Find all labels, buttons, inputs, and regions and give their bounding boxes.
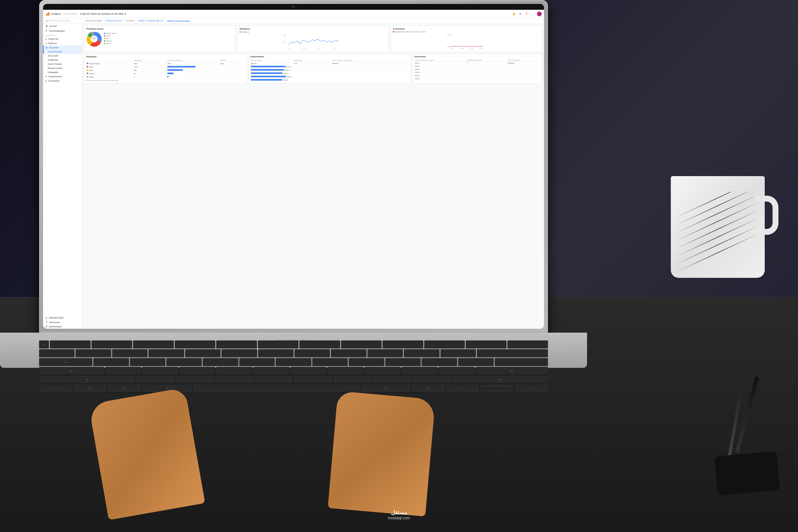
key[interactable] xyxy=(458,358,494,366)
key[interactable] xyxy=(466,340,507,348)
key[interactable]: tab xyxy=(39,358,92,366)
col-users[interactable]: Utilisateurs ↑ xyxy=(133,59,167,62)
conv-col-goal[interactable]: Réalisation de l'objectif 1 xyxy=(467,59,507,62)
help-icon[interactable]: ❓ xyxy=(525,12,528,16)
key[interactable] xyxy=(327,367,363,375)
key[interactable] xyxy=(149,349,184,357)
key[interactable] xyxy=(93,358,129,366)
shift-left-key[interactable]: shift xyxy=(39,376,135,383)
key[interactable] xyxy=(349,358,384,366)
sidebar-item-campagnes[interactable]: Campagnes xyxy=(43,70,82,74)
key[interactable] xyxy=(367,349,403,357)
sidebar-search[interactable]: 🔍 Rechercher dans les rappo... xyxy=(43,18,82,23)
key[interactable] xyxy=(166,358,202,366)
key[interactable] xyxy=(258,340,299,348)
arrow-right-key[interactable]: → xyxy=(515,384,548,392)
arrow-down-key[interactable]: ↓ xyxy=(480,389,513,393)
key[interactable] xyxy=(299,340,340,348)
key[interactable] xyxy=(92,340,132,348)
sidebar-item-search-console[interactable]: Search Console xyxy=(43,62,82,66)
key[interactable] xyxy=(383,340,423,348)
key[interactable] xyxy=(133,340,174,348)
key[interactable] xyxy=(76,349,111,357)
behav-col-pages[interactable]: Pages/sess... xyxy=(293,59,331,62)
key[interactable] xyxy=(440,349,476,357)
key[interactable] xyxy=(276,358,311,366)
sidebar-item-reseaux[interactable]: Réseaux sociaux xyxy=(43,66,82,70)
col-new-users[interactable]: Nouveaux utilisateurs xyxy=(167,59,219,62)
sidebar-item-comportement[interactable]: ● Comportement xyxy=(43,74,82,79)
key[interactable] xyxy=(105,367,141,375)
key[interactable] xyxy=(175,340,215,348)
return-key[interactable]: return xyxy=(476,367,548,375)
key[interactable] xyxy=(341,340,382,348)
modify-group-link[interactable]: Modifier le groupe de canaux xyxy=(167,20,190,22)
spacebar[interactable] xyxy=(193,384,360,392)
key[interactable] xyxy=(130,358,165,366)
key[interactable] xyxy=(215,376,253,383)
key[interactable] xyxy=(258,349,293,357)
sidebar-item-decouverte[interactable]: 📍 Découverte xyxy=(43,320,82,324)
cmd-left-key[interactable]: ⌘ xyxy=(142,384,192,392)
key[interactable] xyxy=(203,358,238,366)
sidebar-item-tout-trafic[interactable]: Tout le trafic xyxy=(43,54,82,58)
sidebar-item-google-ads[interactable]: Google Ads xyxy=(43,58,82,62)
sidebar-home[interactable]: 🏠 Accueil xyxy=(43,23,82,28)
alt-key[interactable]: opt xyxy=(108,384,141,392)
dimension-select[interactable]: Principaux canaux ▼ xyxy=(104,19,124,22)
key[interactable] xyxy=(401,367,438,375)
sidebar-personalisation[interactable]: ★ Personnalisation xyxy=(43,28,82,33)
key[interactable] xyxy=(424,340,465,348)
key[interactable] xyxy=(39,349,75,357)
notification-icon[interactable]: 🔔 xyxy=(512,12,516,16)
key[interactable]: caps xyxy=(39,367,104,375)
key[interactable] xyxy=(312,358,348,366)
sidebar-item-administration[interactable]: ⚙ Administration xyxy=(43,324,82,329)
key[interactable] xyxy=(176,376,214,383)
key[interactable] xyxy=(412,376,451,383)
ctrl-key[interactable]: ctrl xyxy=(73,384,107,392)
shift-right-key[interactable]: shift xyxy=(452,376,548,383)
key[interactable] xyxy=(364,367,401,375)
fn-key[interactable]: fn xyxy=(39,384,72,392)
key[interactable] xyxy=(385,358,421,366)
key[interactable] xyxy=(222,349,257,357)
key[interactable] xyxy=(112,349,148,357)
sidebar-item-vue-ensemble[interactable]: Vue d'ensemble xyxy=(43,50,82,54)
key[interactable] xyxy=(216,340,257,348)
cmd-right-key[interactable]: ⌘ xyxy=(361,384,411,392)
page-title[interactable]: Copie de Toutes les données du site Web … xyxy=(80,13,510,15)
sidebar-item-attribution[interactable]: ◎ Attribution NEW xyxy=(43,316,82,320)
key[interactable] xyxy=(239,358,275,366)
key[interactable] xyxy=(331,349,366,357)
key[interactable] xyxy=(142,367,178,375)
key[interactable] xyxy=(334,376,372,383)
behav-col-duration[interactable]: Durée moyenne des sessions xyxy=(331,59,408,62)
more-icon[interactable]: ⋮ xyxy=(531,12,535,16)
key[interactable] xyxy=(422,358,457,366)
sidebar-item-temps-reel[interactable]: ● Temps réel xyxy=(43,37,82,41)
key[interactable] xyxy=(294,376,332,383)
key[interactable] xyxy=(253,367,289,375)
key[interactable] xyxy=(179,367,215,375)
sidebar-item-acquisition[interactable]: ▶ Acquisition xyxy=(43,45,82,50)
alt-right-key[interactable]: opt xyxy=(412,384,445,392)
conversion-select[interactable]: Objectif 1 : Newsletter sign in ▼ xyxy=(137,19,165,22)
sidebar-item-audience[interactable]: ● Audience xyxy=(43,41,82,45)
key[interactable] xyxy=(254,376,293,383)
key[interactable] xyxy=(404,349,439,357)
key[interactable] xyxy=(373,376,412,383)
arrow-left-key[interactable]: ← xyxy=(446,384,479,392)
key[interactable] xyxy=(216,367,252,375)
key[interactable] xyxy=(294,349,330,357)
conv-col-value[interactable]: Valeur de l'objectif 1 xyxy=(507,59,540,62)
user-avatar[interactable] xyxy=(537,12,542,16)
conv-col-rate[interactable]: Taux de conversion de l'objectif 1 xyxy=(414,59,467,62)
key[interactable]: esc xyxy=(39,340,49,348)
behav-col-bounce[interactable]: Taux de rebond xyxy=(250,59,293,62)
key[interactable] xyxy=(136,376,175,383)
key[interactable] xyxy=(495,358,548,366)
col-sessions[interactable]: Sessions xyxy=(220,59,245,62)
key[interactable] xyxy=(508,340,548,348)
key[interactable] xyxy=(50,340,91,348)
